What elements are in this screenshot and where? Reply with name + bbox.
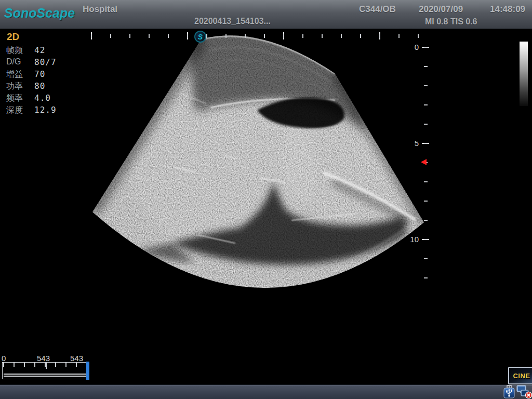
hospital-name: Hospital: [83, 4, 117, 15]
cine-scrubber-track[interactable]: [2, 362, 89, 379]
orientation-marker-icon: S: [194, 31, 206, 43]
network-error-icon[interactable]: [516, 385, 532, 398]
cine-start-frame: 0: [2, 354, 6, 363]
exam-id: 20200413_154103...: [194, 17, 271, 26]
cine-total-frames: 543: [70, 354, 83, 363]
param-label-gain: 增益: [6, 69, 23, 80]
cine-progress-lines: [4, 374, 87, 377]
param-label-dg: D/G: [6, 57, 21, 66]
param-value-power: 80: [34, 81, 45, 91]
usb-icon[interactable]: [503, 385, 515, 398]
cine-current-frame: 543: [37, 354, 50, 363]
top-status-bar: SonoScape Hospital C344/OB 2020/07/09 14…: [0, 0, 532, 29]
ultrasound-screen: SonoScape Hospital C344/OB 2020/07/09 14…: [0, 0, 532, 399]
cine-button[interactable]: CINE: [508, 367, 532, 384]
param-label-framerate: 帧频: [6, 45, 23, 56]
depth-label-5: 5: [405, 139, 419, 148]
system-date: 2020/07/09: [419, 4, 463, 15]
top-ruler-minor-ticks: [91, 34, 420, 38]
probe-preset: C344/OB: [359, 4, 396, 15]
bottom-task-bar: [0, 384, 532, 399]
param-label-power: 功率: [6, 81, 23, 92]
param-value-depth: 12.9: [34, 105, 57, 115]
cine-scrubber-thumb[interactable]: [86, 362, 89, 380]
depth-label-0: 0: [405, 43, 419, 51]
mode-label: 2D: [7, 31, 19, 43]
ultrasound-image: [0, 0, 532, 399]
cine-scrubber-center-tick: [46, 363, 47, 369]
param-value-gain: 70: [34, 69, 45, 79]
fan-region: [83, 19, 436, 294]
focus-marker-icon: [421, 159, 427, 165]
param-value-frequency: 4.0: [34, 93, 51, 103]
depth-label-10: 10: [405, 235, 419, 244]
param-label-depth: 深度: [6, 105, 23, 116]
system-time: 14:48:09: [490, 4, 525, 15]
brand-logo: SonoScape: [4, 6, 75, 21]
param-label-frequency: 频率: [6, 93, 23, 104]
grayscale-bar: [520, 42, 528, 106]
param-value-dg: 80/7: [34, 57, 57, 67]
param-value-framerate: 42: [34, 45, 45, 55]
acoustic-indices: MI 0.8 TIS 0.6: [425, 17, 477, 26]
cine-scrubber-ticks: [3, 363, 85, 367]
